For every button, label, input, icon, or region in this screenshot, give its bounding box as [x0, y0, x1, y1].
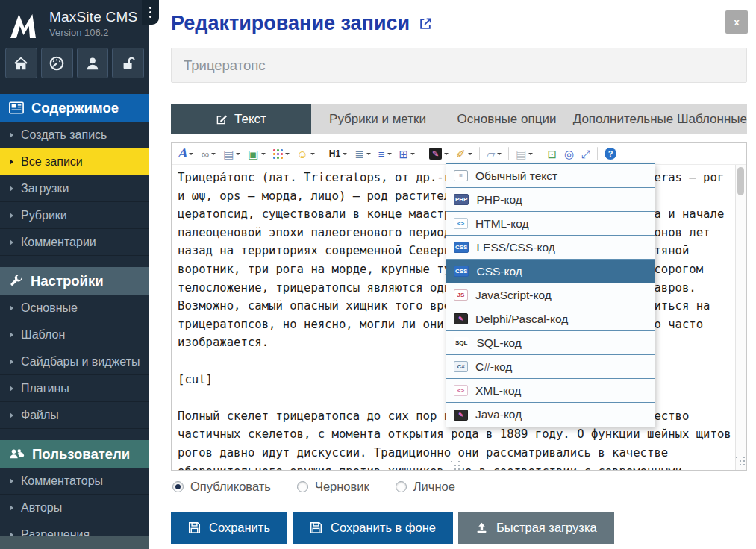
post-title-input[interactable]: [171, 48, 747, 83]
sidebar-item-files[interactable]: Файлы: [0, 402, 149, 429]
sidebar-menu-toggle[interactable]: [142, 0, 159, 25]
sidebar-item-uploads[interactable]: Загрузки: [0, 175, 149, 202]
eraser-icon[interactable]: ▱: [483, 145, 506, 163]
toolbar-button[interactable]: [422, 147, 422, 160]
font-style-icon[interactable]: A: [174, 145, 197, 163]
external-link-icon[interactable]: [418, 16, 433, 31]
menu-item-css[interactable]: CSS CSS-код: [446, 260, 655, 283]
blocks-icon[interactable]: [269, 145, 293, 163]
triangle-bullet-icon: [10, 359, 13, 365]
dropdown-caret-icon: [189, 153, 193, 157]
sidebar-item-comments[interactable]: Комментарии: [0, 229, 149, 256]
image-icon[interactable]: ▣: [244, 145, 269, 163]
toolbar-button[interactable]: [597, 147, 598, 160]
sidebar-item-categories[interactable]: Рубрики: [0, 202, 149, 229]
heading-icon[interactable]: H1: [325, 145, 351, 163]
help-icon[interactable]: ?: [601, 145, 620, 163]
tab-additional[interactable]: Дополнительные: [569, 104, 677, 134]
tab-main-options[interactable]: Основные опции: [444, 104, 569, 134]
dropdown-caret-icon: [366, 153, 371, 157]
tab-template[interactable]: Шаблонные: [677, 104, 747, 134]
code-type-icon: ✎: [454, 313, 468, 324]
quick-upload-button[interactable]: Быстрая загрузка: [458, 512, 614, 544]
tab-categories-tags[interactable]: Рубрики и метки: [311, 104, 444, 134]
toolbar-button[interactable]: [322, 147, 322, 160]
close-button[interactable]: x: [725, 10, 748, 34]
menu-item-plain-text[interactable]: ≡ Обычный текст: [446, 164, 655, 188]
dashboard-button[interactable]: [41, 48, 73, 78]
dashboard-gauge-icon: [49, 55, 65, 72]
code-type-icon: ≡: [454, 170, 468, 181]
table-icon[interactable]: ⊞: [396, 145, 419, 163]
broom-icon[interactable]: ✐: [452, 145, 476, 163]
editor-scrollbar[interactable]: [735, 165, 746, 470]
textarea-resize-grip[interactable]: [734, 455, 746, 465]
code-insert-icon[interactable]: ✎: [425, 145, 452, 163]
sidebar-item-plugins[interactable]: Плагины: [0, 375, 149, 402]
editor-toolbar: A ∞ ▤ ▣: [172, 143, 746, 165]
radio-publish[interactable]: Опубликовать: [172, 480, 271, 494]
app-title: MaxSite CMS: [49, 9, 137, 25]
dropdown-caret-icon: [410, 153, 415, 157]
scrollbar-thumb[interactable]: [737, 167, 744, 195]
toolbar-button[interactable]: [540, 147, 540, 160]
profile-button[interactable]: [77, 48, 109, 78]
home-button[interactable]: [5, 48, 37, 78]
insert-template-icon[interactable]: ▤: [219, 145, 244, 163]
newspaper-icon: [9, 101, 24, 114]
section-users-title: Пользователи: [32, 446, 130, 462]
sidebar-item-sidebars-widgets[interactable]: Сайдбары и виджеты: [0, 348, 149, 375]
smiley-icon[interactable]: ☺: [293, 145, 319, 163]
paragraph-icon[interactable]: ≣: [351, 145, 375, 163]
logout-button[interactable]: [112, 48, 144, 78]
copy-icon[interactable]: ⊡: [543, 145, 560, 163]
preview-icon[interactable]: ◎: [560, 145, 578, 163]
menu-item-delphi-pascal[interactable]: ✎ Delphi/Pascal-код: [446, 307, 655, 331]
code-type-icon: CSS: [454, 266, 469, 277]
section-content-header[interactable]: Содержимое: [0, 94, 149, 122]
post-status-radios: Опубликовать Черновик Личное: [172, 480, 481, 494]
code-type-icon: SQL: [454, 337, 469, 348]
menu-item-html[interactable]: <> HTML-код: [446, 212, 655, 236]
menu-item-xml[interactable]: <> XML-код: [446, 379, 655, 403]
radio-circle-icon: [172, 481, 184, 492]
menu-item-sql[interactable]: SQL SQL-код: [446, 331, 655, 355]
sidebar-item-all-posts[interactable]: Все записи: [0, 148, 149, 175]
snippet-icon[interactable]: ▤: [512, 145, 537, 163]
sidebar-item-general-settings[interactable]: Основные: [0, 295, 149, 321]
toolbar-button[interactable]: [508, 147, 509, 160]
menu-item-javascript[interactable]: JS JavaScript-код: [446, 283, 655, 307]
menu-item-php[interactable]: PHP PHP-код: [446, 188, 655, 212]
section-users-header[interactable]: Пользователи: [0, 440, 149, 468]
triangle-bullet-icon: [10, 386, 13, 392]
dropdown-caret-icon: [236, 153, 240, 157]
sidebar-item-commentators[interactable]: Комментаторы: [0, 468, 149, 495]
radio-private[interactable]: Личное: [396, 480, 455, 494]
radio-draft[interactable]: Черновик: [297, 480, 369, 494]
code-type-icon: ✎: [454, 410, 468, 421]
section-settings-items: Основные Шаблон Сайдбары и виджеты Плаги…: [0, 295, 149, 429]
list-icon[interactable]: ≡: [375, 145, 396, 163]
toolbar-button[interactable]: [479, 147, 480, 160]
sidebar-next-section-strip: [0, 536, 149, 549]
sidebar-item-template[interactable]: Шаблон: [0, 321, 149, 348]
menu-item-java[interactable]: ✎ Java-код: [446, 403, 655, 427]
save-button[interactable]: Сохранить: [171, 512, 287, 544]
triangle-bullet-icon: [10, 239, 13, 245]
code-type-icon: JS: [454, 289, 468, 301]
sidebar-item-create-post[interactable]: Создать запись: [0, 122, 149, 148]
dropdown-resize-grip[interactable]: [449, 459, 460, 470]
tab-text[interactable]: Текст: [171, 104, 311, 134]
unlock-icon: [120, 55, 137, 72]
save-background-button[interactable]: Сохранить в фоне: [293, 512, 453, 544]
section-settings-header[interactable]: Настройки: [0, 267, 149, 295]
fullscreen-icon[interactable]: ⤢: [578, 145, 594, 163]
sidebar-item-authors[interactable]: Авторы: [0, 495, 149, 521]
triangle-bullet-icon: [10, 478, 13, 484]
menu-item-less-css[interactable]: CSS LESS/CSS-код: [446, 236, 655, 260]
code-type-icon: <>: [454, 385, 468, 396]
triangle-bullet-icon: [10, 332, 13, 338]
code-type-dropdown: ≡ Обычный текст PHP PHP-код <> HTML-код …: [446, 163, 655, 427]
menu-item-csharp[interactable]: C# C#-код: [446, 355, 655, 379]
link-icon[interactable]: ∞: [197, 145, 219, 163]
